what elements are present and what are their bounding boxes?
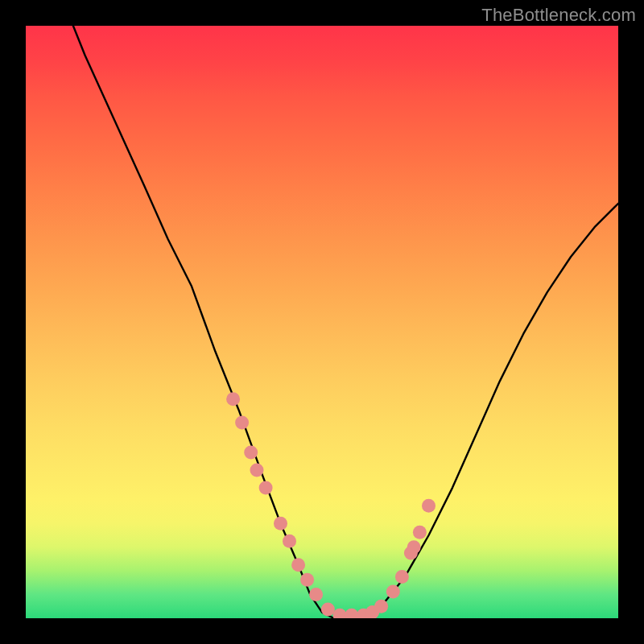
chart-svg (26, 26, 618, 618)
marker-point (235, 416, 249, 430)
markers-group (226, 392, 436, 618)
marker-point (274, 517, 287, 530)
marker-point (244, 445, 258, 459)
plot-area (26, 26, 618, 618)
curve-group (73, 26, 618, 618)
marker-point (226, 392, 240, 406)
chart-stage: TheBottleneck.com (0, 0, 644, 644)
marker-point (291, 558, 305, 572)
marker-point (374, 600, 388, 613)
marker-point (345, 609, 358, 618)
marker-point (395, 570, 409, 584)
marker-point (404, 547, 418, 560)
marker-point (413, 526, 427, 539)
marker-point (309, 588, 323, 601)
marker-point (407, 540, 421, 554)
marker-point (283, 535, 296, 548)
marker-point (250, 464, 264, 477)
marker-point (357, 609, 370, 618)
marker-point (365, 605, 379, 618)
watermark-text: TheBottleneck.com (481, 5, 636, 26)
bottleneck-curve (73, 26, 618, 618)
marker-point (386, 584, 400, 598)
marker-point (422, 499, 436, 513)
marker-point (300, 573, 314, 587)
marker-point (321, 603, 335, 617)
marker-point (259, 481, 273, 495)
marker-point (333, 609, 347, 618)
